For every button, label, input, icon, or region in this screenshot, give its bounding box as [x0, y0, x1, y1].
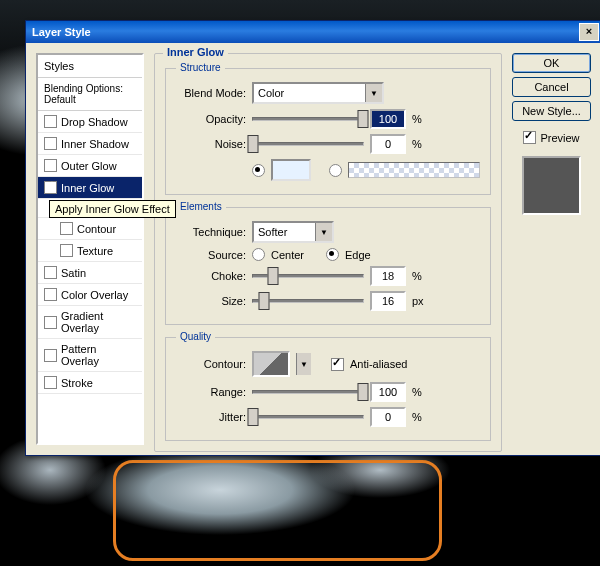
range-slider[interactable] — [252, 390, 364, 394]
dialog-title: Layer Style — [32, 26, 579, 38]
chevron-down-icon[interactable]: ▼ — [296, 353, 311, 375]
opacity-label: Opacity: — [176, 113, 246, 125]
style-checkbox[interactable] — [44, 288, 57, 301]
style-checkbox[interactable] — [44, 115, 57, 128]
range-input[interactable] — [370, 382, 406, 402]
opacity-slider[interactable] — [252, 117, 364, 121]
jitter-label: Jitter: — [176, 411, 246, 423]
style-item-pattern-overlay[interactable]: Pattern Overlay — [38, 339, 142, 372]
choke-label: Choke: — [176, 270, 246, 282]
style-checkbox[interactable] — [60, 222, 73, 235]
layer-style-dialog: Layer Style × Styles Blending Options: D… — [25, 20, 600, 456]
settings-panel: Inner Glow Structure Blend Mode: Color ▼… — [154, 53, 502, 445]
style-label: Inner Shadow — [61, 138, 129, 150]
preview-checkbox[interactable] — [523, 131, 536, 144]
tooltip: Apply Inner Glow Effect — [49, 200, 176, 218]
noise-input[interactable] — [370, 134, 406, 154]
quality-legend: Quality — [176, 331, 215, 342]
style-checkbox[interactable] — [44, 137, 57, 150]
color-radio[interactable] — [252, 164, 265, 177]
source-label: Source: — [176, 249, 246, 261]
style-item-gradient-overlay[interactable]: Gradient Overlay — [38, 306, 142, 339]
source-center-radio[interactable] — [252, 248, 265, 261]
panel-title: Inner Glow — [163, 46, 228, 58]
choke-slider[interactable] — [252, 274, 364, 278]
style-item-stroke[interactable]: Stroke — [38, 372, 142, 394]
style-item-inner-glow[interactable]: Inner Glow — [38, 177, 142, 199]
elements-legend: Elements — [176, 201, 226, 212]
size-label: Size: — [176, 295, 246, 307]
glow-gradient-swatch[interactable] — [348, 162, 480, 178]
noise-slider[interactable] — [252, 142, 364, 146]
ok-button[interactable]: OK — [512, 53, 591, 73]
chevron-down-icon: ▼ — [365, 84, 382, 102]
size-slider[interactable] — [252, 299, 364, 303]
opacity-input[interactable] — [370, 109, 406, 129]
chevron-down-icon: ▼ — [315, 223, 332, 241]
style-checkbox[interactable] — [60, 244, 73, 257]
range-label: Range: — [176, 386, 246, 398]
style-label: Texture — [77, 245, 113, 257]
style-checkbox[interactable] — [44, 316, 57, 329]
style-label: Inner Glow — [61, 182, 114, 194]
gradient-radio[interactable] — [329, 164, 342, 177]
style-label: Drop Shadow — [61, 116, 128, 128]
dialog-buttons: OK Cancel New Style... Preview — [512, 53, 591, 445]
style-checkbox[interactable] — [44, 376, 57, 389]
style-label: Contour — [77, 223, 116, 235]
style-checkbox[interactable] — [44, 159, 57, 172]
style-item-inner-shadow[interactable]: Inner Shadow — [38, 133, 142, 155]
cancel-button[interactable]: Cancel — [512, 77, 591, 97]
style-item-satin[interactable]: Satin — [38, 262, 142, 284]
choke-input[interactable] — [370, 266, 406, 286]
style-label: Stroke — [61, 377, 93, 389]
contour-label: Contour: — [176, 358, 246, 370]
contour-picker[interactable] — [252, 351, 290, 377]
anti-aliased-checkbox[interactable] — [331, 358, 344, 371]
style-item-drop-shadow[interactable]: Drop Shadow — [38, 111, 142, 133]
style-checkbox[interactable] — [44, 266, 57, 279]
size-input[interactable] — [370, 291, 406, 311]
new-style-button[interactable]: New Style... — [512, 101, 591, 121]
structure-legend: Structure — [176, 62, 225, 73]
style-label: Color Overlay — [61, 289, 128, 301]
technique-select[interactable]: Softer ▼ — [252, 221, 334, 243]
style-checkbox[interactable] — [44, 181, 57, 194]
jitter-slider[interactable] — [252, 415, 364, 419]
noise-label: Noise: — [176, 138, 246, 150]
blend-mode-select[interactable]: Color ▼ — [252, 82, 384, 104]
highlight-annotation — [113, 460, 442, 561]
style-item-texture[interactable]: Texture — [38, 240, 142, 262]
style-item-outer-glow[interactable]: Outer Glow — [38, 155, 142, 177]
preview-swatch — [522, 156, 581, 215]
styles-header[interactable]: Styles — [38, 55, 142, 78]
jitter-input[interactable] — [370, 407, 406, 427]
style-item-color-overlay[interactable]: Color Overlay — [38, 284, 142, 306]
blend-mode-label: Blend Mode: — [176, 87, 246, 99]
style-label: Satin — [61, 267, 86, 279]
style-label: Gradient Overlay — [61, 310, 136, 334]
style-label: Outer Glow — [61, 160, 117, 172]
close-icon[interactable]: × — [579, 23, 599, 41]
style-item-contour[interactable]: Contour — [38, 218, 142, 240]
blending-options[interactable]: Blending Options: Default — [38, 78, 142, 111]
technique-label: Technique: — [176, 226, 246, 238]
glow-color-swatch[interactable] — [271, 159, 311, 181]
styles-list: Styles Blending Options: Default Drop Sh… — [36, 53, 144, 445]
style-checkbox[interactable] — [44, 349, 57, 362]
source-edge-radio[interactable] — [326, 248, 339, 261]
titlebar[interactable]: Layer Style × — [26, 21, 600, 43]
style-label: Pattern Overlay — [61, 343, 136, 367]
